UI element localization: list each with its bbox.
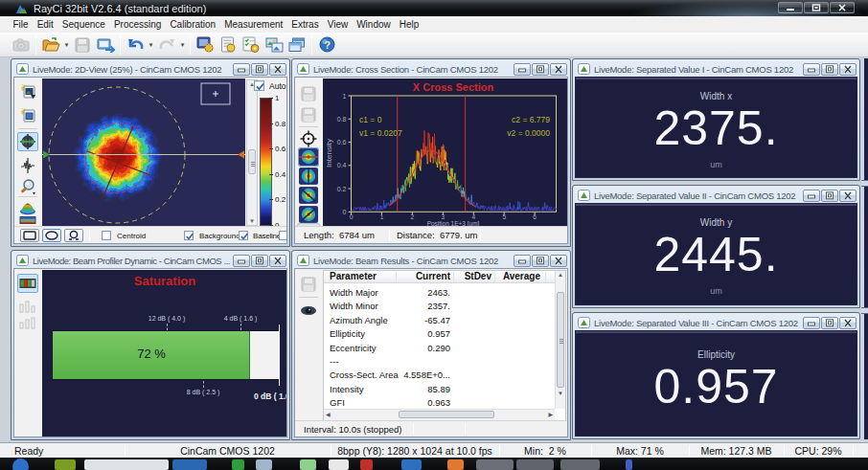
maximize-button[interactable] — [251, 255, 268, 267]
window-titlebar[interactable]: LiveMode: Separated Value I - CinCam CMO… — [575, 61, 857, 77]
taskbar-item[interactable] — [360, 459, 373, 470]
results-horizontal-scrollbar[interactable]: ◀ ▶ — [324, 409, 555, 420]
taskbar-item[interactable] — [560, 459, 600, 470]
major-section-thumb[interactable] — [298, 186, 319, 205]
open-folder-icon[interactable] — [39, 34, 62, 56]
scroll-thumb[interactable] — [248, 149, 256, 174]
table-row[interactable]: Cross-Sect. Area4.558E+0... — [324, 369, 555, 383]
taskbar-item[interactable] — [516, 459, 554, 470]
scroll-up-arrow[interactable]: ▲ — [556, 272, 565, 278]
window-titlebar[interactable]: LiveMode: Beam Profiler Dynamic - CinCam… — [13, 253, 287, 268]
gallery-icon[interactable] — [263, 34, 286, 56]
close-button[interactable] — [269, 255, 286, 267]
results-table-rows[interactable]: Width Major2463.Width Minor2357.Azimuth … — [324, 283, 555, 409]
taskbar-item[interactable] — [12, 459, 29, 470]
close-button[interactable] — [839, 63, 857, 76]
maximize-button[interactable] — [821, 317, 838, 329]
save-icon[interactable] — [71, 34, 94, 56]
maximize-button[interactable] — [251, 63, 268, 76]
maximize-button[interactable] — [532, 255, 549, 267]
pan-scrollbar[interactable]: ▲ ▼ — [246, 79, 258, 226]
window-titlebar[interactable]: LiveMode: Beam Results - CinCam CMOS 120… — [294, 253, 568, 268]
close-button[interactable] — [839, 190, 857, 202]
taskbar-item[interactable] — [55, 459, 76, 470]
taskbar-item[interactable] — [626, 459, 632, 470]
report-icon[interactable] — [217, 34, 240, 56]
camera-settings-icon[interactable] — [194, 34, 217, 56]
background-checkbox[interactable] — [184, 231, 194, 240]
camera-icon[interactable] — [10, 34, 33, 56]
menu-extras[interactable]: Extras — [287, 18, 323, 31]
minimize-button[interactable] — [514, 255, 531, 267]
cross-section-chart[interactable]: X Cross Section00.20.40.60.810123456Posi… — [323, 78, 568, 227]
taskbar-item[interactable] — [447, 459, 464, 470]
maximize-button[interactable] — [532, 63, 549, 76]
undo-dropdown-arrow[interactable]: ▾ — [147, 34, 155, 56]
table-row[interactable]: Intensity85.89 — [324, 384, 555, 397]
minimize-button[interactable] — [803, 317, 820, 329]
y-section-thumb[interactable] — [298, 167, 319, 186]
menu-view[interactable]: View — [323, 18, 353, 31]
visibility-eye-icon[interactable] — [298, 301, 319, 320]
save-image-icon[interactable] — [298, 105, 319, 124]
help-icon[interactable]: ? — [315, 34, 338, 56]
table-row[interactable]: Azimuth Angle-65.47 — [324, 315, 555, 328]
taskbar-item[interactable] — [256, 459, 272, 470]
taskbar-item[interactable] — [172, 459, 207, 470]
table-row[interactable]: Ellipticity0.957 — [324, 328, 555, 342]
redo-dropdown-arrow[interactable]: ▾ — [178, 34, 187, 56]
menu-measurement[interactable]: Measurement — [220, 18, 287, 31]
profile-tool-icon[interactable] — [17, 156, 38, 175]
beam-2d-canvas[interactable] — [42, 78, 245, 227]
close-button[interactable] — [839, 317, 857, 329]
table-row[interactable]: Width Major2463. — [324, 287, 555, 301]
taskbar-item[interactable] — [84, 459, 169, 470]
menu-window[interactable]: Window — [353, 18, 396, 31]
scroll-thumb[interactable] — [557, 292, 564, 388]
close-button[interactable] — [269, 63, 286, 76]
auto-checkbox-box[interactable] — [254, 80, 264, 91]
minimize-button[interactable] — [803, 190, 820, 202]
maximize-button[interactable] — [821, 63, 838, 76]
app-maximize-button[interactable] — [804, 2, 829, 13]
trend-icon[interactable] — [17, 313, 38, 332]
extra-checkbox[interactable] — [279, 231, 287, 240]
centroid-checkbox[interactable] — [102, 231, 111, 240]
table-row[interactable]: Eccentricity0.290 — [324, 343, 555, 356]
window-titlebar[interactable]: LiveMode: Separated Value II - CinCam CM… — [575, 188, 857, 203]
table-row[interactable]: Width Minor2357. — [324, 301, 555, 314]
taskbar-item[interactable] — [329, 459, 349, 470]
dynamics-bar-icon[interactable] — [17, 274, 38, 293]
copy-image-icon[interactable] — [17, 105, 38, 124]
measurement-settings-icon[interactable] — [240, 34, 263, 56]
app-close-button[interactable] — [830, 2, 855, 13]
scroll-right-arrow[interactable]: ▶ — [548, 411, 553, 417]
scroll-down-arrow[interactable]: ▼ — [556, 391, 565, 396]
ellipse-aperture-button[interactable] — [42, 229, 61, 242]
minimize-button[interactable] — [233, 255, 250, 267]
auto-scale-checkbox[interactable]: Auto — [254, 80, 286, 91]
open-dropdown-arrow[interactable]: ▾ — [62, 34, 71, 56]
minor-section-thumb[interactable] — [298, 205, 319, 224]
save-results-icon[interactable] — [298, 275, 319, 294]
results-table-header[interactable]: Parameter Current StDev Average — [324, 271, 555, 283]
close-button[interactable] — [550, 255, 567, 267]
scroll-thumb[interactable] — [399, 411, 494, 418]
menu-file[interactable]: File — [9, 18, 33, 31]
scroll-down-arrow[interactable]: ▼ — [247, 218, 257, 224]
taskbar-item[interactable] — [476, 459, 514, 470]
close-button[interactable] — [550, 63, 567, 76]
redo-icon[interactable] — [155, 34, 178, 56]
window-titlebar[interactable]: LiveMode: 2D-View (25%) - CinCam CMOS 12… — [13, 61, 287, 77]
menu-edit[interactable]: Edit — [33, 18, 57, 31]
export-view-icon[interactable] — [94, 34, 117, 56]
app-minimize-button[interactable] — [778, 2, 803, 13]
save-data-icon[interactable] — [298, 84, 319, 103]
maximize-button[interactable] — [821, 190, 838, 202]
colormap-icon[interactable] — [17, 214, 38, 226]
windows-taskbar[interactable] — [0, 458, 868, 470]
taskbar-item[interactable] — [232, 459, 244, 470]
minimize-button[interactable] — [514, 63, 531, 76]
minimize-button[interactable] — [803, 63, 820, 76]
menu-calibration[interactable]: Calibration — [166, 18, 220, 31]
